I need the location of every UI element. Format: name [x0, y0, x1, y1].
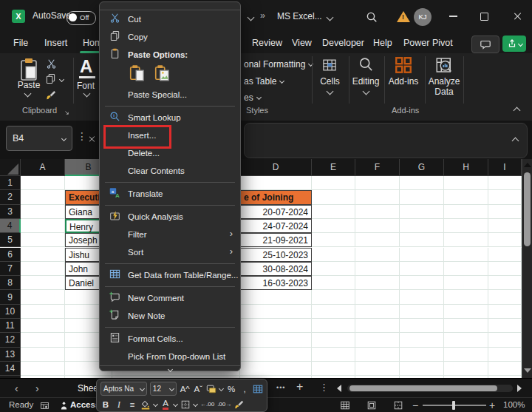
cell-f1[interactable] [355, 176, 400, 190]
cell-i13[interactable] [488, 348, 522, 362]
cell-h11[interactable] [444, 319, 488, 333]
row-header-3[interactable]: 3 [0, 205, 21, 219]
cell-i3[interactable] [488, 205, 522, 219]
cell-e5[interactable] [312, 233, 355, 247]
cell-i4[interactable] [488, 219, 522, 233]
cells-button[interactable]: Cells [318, 76, 342, 87]
cell-f9[interactable] [355, 290, 400, 304]
search-icon[interactable] [366, 11, 378, 26]
cell-i9[interactable] [488, 290, 522, 304]
menu-item-new-note[interactable]: New Note [100, 307, 240, 325]
cell-d10[interactable] [240, 305, 312, 319]
editing-chevron-icon[interactable] [363, 88, 370, 95]
cell-d5[interactable]: 21-09-2021 [240, 233, 312, 247]
cell-g4[interactable] [400, 219, 444, 233]
mini-format-painter-button[interactable] [234, 398, 245, 411]
cell-e6[interactable] [312, 248, 355, 262]
cell-i10[interactable] [488, 305, 522, 319]
mini-fill-color-button[interactable] [140, 398, 151, 411]
cell-e14[interactable] [312, 362, 355, 376]
cell-g5[interactable] [400, 233, 444, 247]
format-painter-icon[interactable] [46, 90, 57, 104]
cell-h3[interactable] [444, 205, 488, 219]
cell-e3[interactable] [312, 205, 355, 219]
macro-record-icon[interactable] [40, 400, 50, 412]
cell-g7[interactable] [400, 262, 444, 276]
tab-help[interactable]: Help [373, 33, 392, 53]
row-header-6[interactable]: 6 [0, 248, 21, 262]
menu-item-sort[interactable]: Sort› [100, 243, 240, 261]
menu-scroll-down-strip[interactable] [100, 365, 240, 374]
cut-icon[interactable] [46, 58, 57, 72]
cell-a11[interactable] [21, 319, 65, 333]
paste-picture-icon[interactable] [153, 64, 171, 85]
cell-h12[interactable] [444, 333, 488, 347]
menu-item-cut[interactable]: Cut [100, 10, 240, 28]
cell-h13[interactable] [444, 348, 488, 362]
cells-chevron-icon[interactable] [327, 88, 334, 95]
menu-item-paste-options[interactable]: Paste Options: [100, 46, 240, 64]
styles-item-as-table[interactable]: as Table [244, 76, 284, 87]
mini-borders-button[interactable] [180, 398, 191, 411]
menu-item-copy[interactable]: Copy [100, 28, 240, 46]
row-header-9[interactable]: 9 [0, 290, 21, 304]
cell-f10[interactable] [355, 305, 400, 319]
zoom-in-button[interactable]: + [489, 399, 495, 411]
cell-g12[interactable] [400, 333, 444, 347]
cell-g3[interactable] [400, 205, 444, 219]
styles-item-es[interactable]: es [244, 92, 261, 103]
paste-keep-source-icon[interactable] [128, 64, 146, 85]
column-header-d[interactable]: D [240, 159, 312, 176]
mini-increase-decimal-button[interactable]: ←.00 [200, 398, 214, 411]
cell-a7[interactable] [21, 262, 65, 276]
tab-insert[interactable]: Insert [44, 33, 67, 53]
row-header-8[interactable]: 8 [0, 276, 21, 290]
minimize-button[interactable] [449, 16, 457, 17]
excel-logo-icon[interactable]: X [12, 10, 25, 23]
cell-f3[interactable] [355, 205, 400, 219]
cell-g1[interactable] [400, 176, 444, 190]
row-header-10[interactable]: 10 [0, 305, 21, 319]
share-button[interactable] [502, 36, 526, 52]
cell-d9[interactable] [240, 290, 312, 304]
cell-i6[interactable] [488, 248, 522, 262]
menu-item-pick-from-drop-down-list[interactable]: Pick From Drop-down List [100, 348, 240, 365]
mini-font-color-button[interactable]: A [160, 398, 171, 411]
vscrollbar-track[interactable] [522, 159, 532, 378]
cell-f5[interactable] [355, 233, 400, 247]
cell-h8[interactable] [444, 276, 488, 290]
qat-chevron-icon[interactable] [248, 14, 255, 21]
mini-bold-button[interactable]: B [100, 398, 111, 411]
menu-item-translate[interactable]: aATranslate [100, 185, 240, 203]
mini-font-name-select[interactable]: Aptos Na [100, 382, 147, 396]
cell-f13[interactable] [355, 348, 400, 362]
cell-d3[interactable]: 20-07-2024 [240, 205, 312, 219]
cell-i1[interactable] [488, 176, 522, 190]
row-header-14[interactable]: 14 [0, 362, 21, 376]
cell-g10[interactable] [400, 305, 444, 319]
prev-sheet-button[interactable]: ‹ [15, 382, 18, 394]
vscroll-up-icon[interactable] [524, 163, 531, 167]
menu-item-format-cells[interactable]: Format Cells... [100, 330, 240, 348]
font-chevron-icon[interactable] [83, 90, 91, 98]
new-sheet-button[interactable]: + [296, 380, 303, 394]
cell-g2[interactable] [400, 190, 444, 204]
cell-g9[interactable] [400, 290, 444, 304]
mini-align-center-button[interactable]: ≡ [127, 398, 137, 411]
analyze-data-button[interactable]: Analyze [427, 76, 461, 87]
cell-h4[interactable] [444, 219, 488, 233]
hscrollbar-track[interactable] [347, 385, 513, 392]
copy-icon[interactable] [45, 73, 56, 87]
copy-chevron-icon[interactable] [59, 77, 64, 82]
zoom-slider-track[interactable] [423, 405, 486, 406]
cell-f4[interactable] [355, 219, 400, 233]
cell-h5[interactable] [444, 233, 488, 247]
mini-decrease-font-size-button[interactable]: Aˇ [193, 382, 203, 395]
cell-d8[interactable]: 16-03-2023 [240, 276, 312, 290]
hscrollbar-thumb[interactable] [349, 385, 497, 391]
cell-d6[interactable]: 25-10-2023 [240, 248, 312, 262]
cell-a12[interactable] [21, 333, 65, 347]
menu-item-get-data-from-table-range[interactable]: Get Data from Table/Range... [100, 266, 240, 284]
mini-cell-style-button[interactable] [206, 382, 216, 395]
row-header-7[interactable]: 7 [0, 262, 21, 276]
